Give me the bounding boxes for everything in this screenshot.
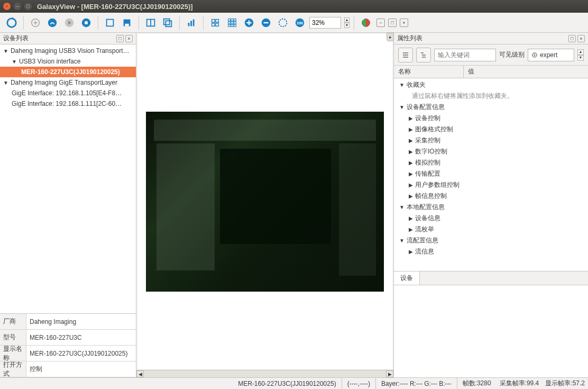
property-tree-item[interactable]: ▶采集控制 [394, 135, 588, 146]
svg-rect-20 [228, 19, 231, 21]
svg-rect-24 [231, 21, 233, 23]
svg-point-42 [534, 54, 536, 56]
vis-down-button[interactable]: ▼ [577, 55, 584, 61]
tb-close-button[interactable]: × [400, 19, 408, 27]
zoom-in-button[interactable] [242, 15, 256, 30]
property-search-input[interactable] [434, 49, 496, 61]
property-tree[interactable]: ▼收藏夹通过鼠标右键将属性添加到收藏夹。▼设备配置信息▶设备控制▶图像格式控制▶… [394, 78, 588, 271]
zoom-up-button[interactable]: ▲ [344, 17, 350, 23]
status-bayer: Bayer:---- R:--- G:--- B:--- [376, 378, 457, 389]
svg-rect-25 [234, 21, 236, 23]
device-tree-item[interactable]: ▼USB3 Vision interface [0, 56, 136, 67]
property-tree-item[interactable]: ▶设备信息 [394, 213, 588, 224]
horizontal-scrollbar[interactable]: ◀ ▶ [136, 370, 393, 377]
layout-cascade-button[interactable] [160, 15, 175, 30]
scroll-left-button[interactable]: ◀ [136, 370, 144, 377]
property-tree-item[interactable]: ▶流信息 [394, 246, 588, 257]
white-balance-button[interactable] [359, 15, 373, 30]
svg-rect-8 [125, 23, 128, 26]
disconnect-button[interactable] [45, 15, 60, 30]
zoom-100-button[interactable]: 100 [292, 15, 307, 30]
svg-rect-15 [193, 19, 195, 26]
svg-rect-11 [164, 19, 170, 24]
panel-float-button[interactable]: □ [116, 35, 124, 42]
zoom-down-button[interactable]: ▼ [344, 23, 350, 28]
tb-minus-button[interactable]: − [376, 19, 385, 27]
device-tree-item[interactable]: GigE Interface: 192.168.1.111[2C-60… [0, 98, 136, 109]
property-tree-item[interactable]: ▶数字IO控制 [394, 146, 588, 157]
window-title: GalaxyView - [MER-160-227U3C(JJ019012002… [37, 3, 193, 11]
property-panel: ▸ 属性列表 □ × 可见级别 expert ▲ ▼ 名称 值 ▼收藏夹通过鼠标… [393, 33, 588, 377]
device-info-row: 打开方式控制 [0, 361, 136, 377]
svg-rect-23 [228, 21, 231, 23]
property-tree-item[interactable]: ▼流配置信息 [394, 235, 588, 246]
panel-close-button[interactable]: × [125, 35, 133, 42]
fit-window-button[interactable] [275, 15, 290, 30]
property-tree-item[interactable]: ▼收藏夹 [394, 79, 588, 91]
stop-button[interactable] [79, 15, 94, 30]
property-tree-item[interactable]: ▼设备配置信息 [394, 102, 588, 113]
svg-text:100: 100 [297, 20, 303, 25]
zoom-input[interactable] [309, 17, 341, 29]
status-coords: (----,----) [342, 378, 376, 389]
prop-panel-float-button[interactable]: □ [568, 35, 576, 42]
grid-4-button[interactable] [208, 15, 223, 30]
property-tree-item[interactable]: ▶传输配置 [394, 168, 588, 179]
device-info-table: 厂商Daheng Imaging型号MER-160-227U3C显示名称MER-… [0, 313, 136, 377]
property-columns: 名称 值 [394, 66, 588, 78]
scroll-track[interactable] [144, 370, 386, 377]
svg-rect-16 [212, 19, 215, 22]
prop-panel-close-button[interactable]: × [577, 35, 585, 42]
device-info-row: 型号MER-160-227U3C [0, 330, 136, 346]
device-tree-item[interactable]: MER-160-227U3C(JJ0190120025) [0, 67, 136, 77]
col-name-header[interactable]: 名称 [394, 66, 464, 78]
prop-view-tree-button[interactable] [416, 48, 431, 62]
status-frames: 帧数:3280 [457, 378, 497, 389]
property-tree-item[interactable]: ▶图像格式控制 [394, 124, 588, 135]
window-maximize-button[interactable]: □ [24, 3, 32, 10]
save-image-button[interactable] [120, 15, 134, 30]
image-view[interactable] [137, 34, 392, 369]
window-close-button[interactable]: × [3, 3, 11, 10]
property-tree-item[interactable]: ▶模拟控制 [394, 157, 588, 168]
tb-restore-button[interactable]: □ [388, 19, 397, 27]
property-detail-pane [394, 285, 588, 377]
svg-rect-5 [85, 21, 88, 24]
layout-split-button[interactable] [143, 15, 158, 30]
device-tree[interactable]: ▼Daheng Imaging USB3 Vision Transport…▼U… [0, 44, 136, 313]
scroll-right-button[interactable]: ▶ [386, 370, 393, 377]
svg-rect-17 [216, 19, 219, 22]
prop-view-list-button[interactable] [398, 48, 413, 62]
device-tree-item[interactable]: ▼Daheng Imaging GigE TransportLayer [0, 77, 136, 88]
col-value-header[interactable]: 值 [464, 66, 588, 78]
property-tree-item[interactable]: ▶设备控制 [394, 113, 588, 124]
tab-device[interactable]: 设备 [394, 271, 420, 285]
property-panel-header: 属性列表 □ × [394, 33, 588, 44]
device-tree-item[interactable]: GigE Interface: 192.168.1.105[E4-F8… [0, 88, 136, 98]
property-tree-item[interactable]: ▶帧信息控制 [394, 191, 588, 202]
property-tree-item: 通过鼠标右键将属性添加到收藏夹。 [394, 91, 588, 102]
svg-rect-27 [231, 24, 233, 26]
grid-9-button[interactable] [225, 15, 240, 30]
visibility-select[interactable]: expert [528, 49, 574, 61]
gear-icon [531, 52, 538, 58]
visibility-label: 可见级别 [499, 50, 525, 59]
property-tree-item[interactable]: ▶用户参数组控制 [394, 179, 588, 191]
property-tabs: 设备 [394, 271, 588, 285]
single-window-button[interactable] [103, 15, 117, 30]
zoom-out-button[interactable] [259, 15, 273, 30]
property-tree-item[interactable]: ▶流枚举 [394, 224, 588, 235]
panel-collapse-handle[interactable]: ▸ [387, 33, 394, 41]
play-button[interactable] [62, 15, 77, 30]
svg-rect-12 [166, 21, 171, 26]
property-tree-item[interactable]: ▼本地配置信息 [394, 202, 588, 213]
vis-up-button[interactable]: ▲ [577, 49, 584, 55]
connect-button[interactable] [28, 15, 43, 30]
svg-rect-19 [216, 23, 219, 25]
svg-rect-18 [212, 23, 215, 25]
histogram-button[interactable] [184, 15, 199, 30]
image-view-panel: ◀ ▶ [136, 33, 393, 377]
window-minimize-button[interactable]: – [14, 3, 21, 10]
refresh-button[interactable] [4, 15, 19, 30]
device-tree-item[interactable]: ▼Daheng Imaging USB3 Vision Transport… [0, 46, 136, 56]
